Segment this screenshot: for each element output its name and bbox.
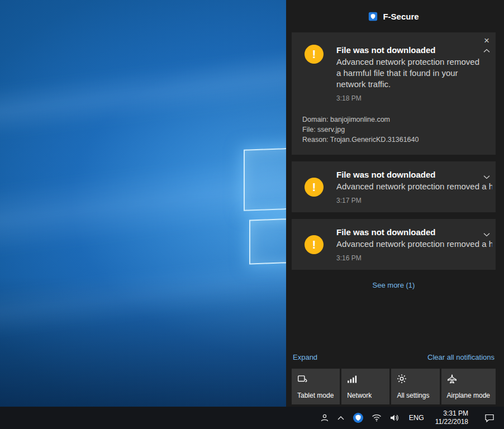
volume-icon[interactable]	[386, 407, 403, 429]
warning-icon: !	[292, 45, 336, 64]
warning-glyph: !	[312, 238, 316, 251]
notification-title: File was not downloaded	[336, 169, 492, 180]
notification-app-name: F-Secure	[383, 12, 419, 21]
quick-action-label: Airplane mode	[447, 392, 490, 399]
notification-card[interactable]: ! File was not downloaded Advanced netwo…	[292, 32, 496, 155]
quick-action-label: All settings	[397, 392, 434, 399]
see-more-link[interactable]: See more (1)	[373, 281, 415, 289]
notification-time: 3:18 PM	[336, 94, 492, 102]
chevron-up-icon[interactable]	[483, 49, 490, 53]
quick-actions-row: Tablet mode Network All settings Airplan…	[292, 369, 496, 404]
warning-icon: !	[292, 178, 336, 197]
clock[interactable]: 3:31 PM 11/22/2018	[430, 407, 474, 429]
light-beam	[0, 244, 286, 343]
taskbar: ENG 3:31 PM 11/22/2018	[0, 407, 504, 429]
clear-all-notifications-link[interactable]: Clear all notifications	[427, 353, 495, 361]
detail-domain: Domain: banjojimonline.com	[302, 115, 486, 125]
notification-title: File was not downloaded	[336, 227, 492, 238]
notification-card[interactable]: ! File was not downloaded Advanced netwo…	[292, 161, 496, 212]
desktop-wallpaper	[0, 0, 286, 407]
notification-body: Advanced network protection removed a ha…	[336, 181, 492, 192]
wifi-icon[interactable]	[368, 407, 386, 429]
notification-details: Domain: banjojimonline.com File: sserv.j…	[292, 102, 496, 155]
expand-link[interactable]: Expand	[293, 353, 317, 361]
gear-icon	[397, 374, 434, 384]
quick-action-label: Tablet mode	[297, 392, 334, 399]
language-indicator[interactable]: ENG	[403, 407, 430, 429]
panel-empty-space	[292, 290, 496, 353]
action-center-icon[interactable]	[481, 407, 498, 429]
quick-action-label: Network	[347, 392, 384, 399]
close-icon[interactable]: ×	[484, 37, 489, 45]
clock-date: 11/22/2018	[435, 418, 468, 426]
action-center-panel: F-Secure ! File was not downloaded Advan…	[286, 0, 504, 407]
window-logo-pane	[244, 147, 286, 211]
chevron-down-icon[interactable]	[483, 232, 490, 237]
quick-action-tablet-mode[interactable]: Tablet mode	[292, 369, 340, 404]
f-secure-tray-icon[interactable]	[349, 407, 368, 429]
detail-reason: Reason: Trojan.GenericKD.31361640	[302, 135, 486, 145]
notification-time: 3:16 PM	[336, 254, 492, 262]
f-secure-logo-icon	[368, 12, 378, 21]
light-beam	[0, 43, 286, 142]
people-icon[interactable]	[316, 407, 333, 429]
clock-time: 3:31 PM	[443, 409, 468, 418]
notification-body: Advanced network protection removed a ha…	[336, 239, 492, 250]
detail-file: File: sserv.jpg	[302, 125, 486, 135]
notification-card[interactable]: ! File was not downloaded Advanced netwo…	[292, 219, 496, 270]
system-tray: ENG 3:31 PM 11/22/2018	[316, 407, 504, 429]
notification-body: Advanced network protection removed a ha…	[336, 56, 483, 90]
quick-action-network[interactable]: Network	[341, 369, 389, 404]
airplane-icon	[447, 374, 490, 384]
warning-glyph: !	[312, 180, 316, 194]
network-icon	[347, 374, 384, 384]
notification-title: File was not downloaded	[336, 45, 492, 56]
screen: F-Secure ! File was not downloaded Advan…	[0, 0, 504, 429]
warning-glyph: !	[312, 47, 316, 61]
warning-icon: !	[292, 235, 336, 254]
window-logo-pane	[249, 218, 286, 264]
tablet-mode-icon	[297, 374, 334, 384]
notification-group-header: F-Secure	[292, 0, 496, 32]
show-hidden-icons-chevron-icon[interactable]	[333, 407, 349, 429]
quick-action-all-settings[interactable]: All settings	[391, 369, 439, 404]
chevron-down-icon[interactable]	[483, 175, 490, 179]
quick-action-airplane-mode[interactable]: Airplane mode	[441, 369, 496, 404]
notification-list: ! File was not downloaded Advanced netwo…	[292, 32, 496, 270]
notification-time: 3:17 PM	[336, 197, 492, 204]
